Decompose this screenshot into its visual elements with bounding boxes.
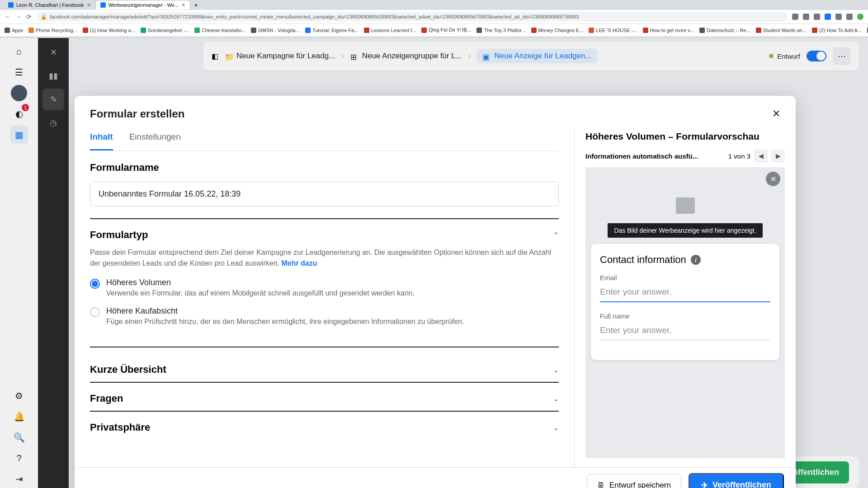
section-title: Kurze Übersicht (90, 364, 166, 375)
radio-desc: Füge einen Prüfschritt hinzu, der es den… (106, 318, 464, 326)
ext-icon[interactable] (792, 14, 798, 20)
modal-tabs: Inhalt Einstellungen (90, 128, 559, 151)
browser-tab[interactable]: Werbeanzeigenmanager - We...✕ (96, 1, 191, 9)
tab-settings[interactable]: Einstellungen (129, 128, 181, 150)
section-title: Privatsphäre (90, 422, 150, 433)
preview-title: Höheres Volumen – Formularvorschau (585, 131, 785, 142)
chevron-down-icon: ⌄ (553, 394, 559, 403)
forward-icon[interactable]: → (15, 13, 22, 20)
ext-icon[interactable] (846, 14, 853, 20)
close-icon[interactable]: ✕ (772, 108, 780, 120)
radio-higher-volume[interactable]: Höheres Volumen Verwende ein Formular, d… (90, 278, 559, 297)
learn-more-link[interactable]: Mehr dazu (281, 259, 317, 267)
preview-image-area: Das Bild deiner Werbeanzeige wird hier a… (585, 167, 785, 244)
reload-icon[interactable]: ⟳ (26, 13, 32, 20)
section-title: Fragen (90, 393, 123, 404)
formname-label: Formularname (90, 162, 559, 174)
extension-icons (792, 14, 863, 20)
lock-icon: 🔒 (41, 14, 47, 20)
image-placeholder-icon (676, 197, 695, 214)
chevron-up-icon[interactable]: ⌃ (553, 231, 559, 239)
fullname-input[interactable]: Enter your answer. (600, 323, 770, 340)
tab-title: Werbeanzeigenmanager - We... (108, 2, 179, 8)
formname-input[interactable] (90, 182, 559, 206)
url-text: facebook.com/adsmanager/manage/ads/edit?… (50, 14, 579, 19)
ext-icon[interactable] (814, 14, 820, 20)
section-formtype: Formulartyp ⌃ Passe dein Formular entspr… (90, 229, 559, 347)
section-overview[interactable]: Kurze Übersicht ⌄ (90, 357, 559, 383)
bookmark[interactable]: GMSN - Vologda... (251, 28, 300, 33)
formtype-title: Formulartyp (90, 229, 148, 241)
bookmarks-bar: Apps Phone Recycling... (1) How Working … (0, 23, 868, 36)
modal-footer: 🗎Entwurf speichern ✈Veröffentlichen (75, 467, 796, 488)
bookmark[interactable]: Student Wants an... (756, 28, 807, 33)
close-icon[interactable]: ✕ (181, 2, 185, 8)
document-icon: 🗎 (597, 481, 605, 488)
send-icon: ✈ (701, 480, 708, 488)
publish-button[interactable]: ✈Veröffentlichen (689, 473, 784, 488)
contact-card: Contact information i Email Enter your a… (591, 244, 779, 360)
section-formname: Formularname (90, 162, 559, 219)
preview-nav: Informationen automatisch ausfü... 1 von… (585, 149, 785, 163)
section-privacy[interactable]: Privatsphäre ⌄ (90, 415, 559, 440)
new-tab-button[interactable]: + (190, 1, 201, 9)
bookmark[interactable]: Apps (5, 28, 23, 33)
contact-title: Contact information (600, 254, 686, 266)
bookmark[interactable]: The Top 3 Platfor... (476, 28, 525, 33)
modal-title: Formular erstellen (90, 108, 184, 120)
formtype-desc: Passe dein Formular entsprechend dem Zie… (90, 247, 559, 269)
email-input[interactable]: Enter your answer. (600, 284, 770, 302)
tab-title: Leon R. Chaudhari | Facebook (16, 2, 84, 8)
bookmark[interactable]: Qing Fei De Yi 情... (421, 27, 471, 33)
modal-header: Formular erstellen ✕ (75, 96, 796, 128)
radio-label: Höhere Kaufabsicht (106, 306, 464, 316)
radio-label: Höheres Volumen (106, 278, 415, 287)
preview-box: ✕ Das Bild deiner Werbeanzeige wird hier… (585, 167, 785, 458)
address-bar: ← → ⟳ 🔒facebook.com/adsmanager/manage/ad… (0, 10, 868, 23)
radio-higher-intent[interactable]: Höhere Kaufabsicht Füge einen Prüfschrit… (90, 306, 559, 326)
info-icon[interactable]: i (691, 255, 701, 265)
url-input[interactable]: 🔒facebook.com/adsmanager/manage/ads/edit… (36, 12, 788, 22)
bookmark[interactable]: Tutorial: Eigene Fa... (305, 28, 359, 33)
section-questions[interactable]: Fragen ⌄ (90, 386, 559, 412)
tab-content[interactable]: Inhalt (90, 128, 113, 150)
email-label: Email (600, 274, 770, 282)
radio-desc: Verwende ein Formular, das auf einem Mob… (106, 289, 415, 297)
chevron-down-icon: ⌄ (553, 366, 559, 374)
bookmark[interactable]: Lessons Learned f... (364, 28, 416, 33)
preview-tooltip: Das Bild deiner Werbeanzeige wird hier a… (608, 223, 762, 238)
browser-chrome: Leon R. Chaudhari | Facebook✕ Werbeanzei… (0, 0, 868, 38)
bookmark[interactable]: Datenschutz – Re... (699, 28, 750, 33)
preview-page: 1 von 3 (728, 152, 750, 160)
ext-icon[interactable] (835, 14, 842, 20)
ext-icon[interactable] (803, 14, 809, 20)
bookmark[interactable]: Money Changes E... (531, 28, 584, 33)
bookmark[interactable]: Sonderangebot -... (141, 28, 189, 33)
save-draft-button[interactable]: 🗎Entwurf speichern (587, 474, 681, 488)
close-icon[interactable]: ✕ (87, 2, 91, 8)
bookmark[interactable]: Phone Recycling... (28, 28, 77, 33)
bookmark[interactable]: (1) How Working a... (83, 28, 135, 33)
app-background: ⌂ ☰ ◐1 ▦ ⚙ 🔔 🔍 ? ⇥ ✕ ▮▮ ✎ ◷ ◧ 📁Neue Kamp… (0, 38, 868, 488)
preview-panel: Höheres Volumen – Formularvorschau Infor… (574, 128, 796, 467)
bookmark[interactable]: How to get more v... (643, 28, 694, 33)
chevron-down-icon: ⌄ (553, 423, 559, 432)
bookmark[interactable]: Chinese translatio... (194, 28, 245, 33)
radio-icon[interactable] (90, 279, 100, 289)
back-icon[interactable]: ← (5, 13, 11, 20)
tab-bar: Leon R. Chaudhari | Facebook✕ Werbeanzei… (0, 0, 868, 10)
prev-page-icon[interactable]: ◀ (754, 149, 768, 163)
bookmark[interactable]: (2) How To Add A... (812, 28, 862, 33)
browser-tab[interactable]: Leon R. Chaudhari | Facebook✕ (4, 1, 96, 9)
ext-icon[interactable] (857, 14, 863, 20)
modal-left-panel: Inhalt Einstellungen Formularname Formul… (75, 128, 574, 467)
next-page-icon[interactable]: ▶ (771, 149, 785, 163)
bookmark[interactable]: LEE 'S HOUSE -... (589, 28, 637, 33)
form-modal: Formular erstellen ✕ Inhalt Einstellunge… (75, 96, 796, 488)
fullname-label: Full name (600, 312, 770, 320)
preview-step: Informationen automatisch ausfü... (585, 152, 728, 160)
radio-icon[interactable] (90, 307, 100, 317)
ext-icon[interactable] (825, 14, 831, 20)
